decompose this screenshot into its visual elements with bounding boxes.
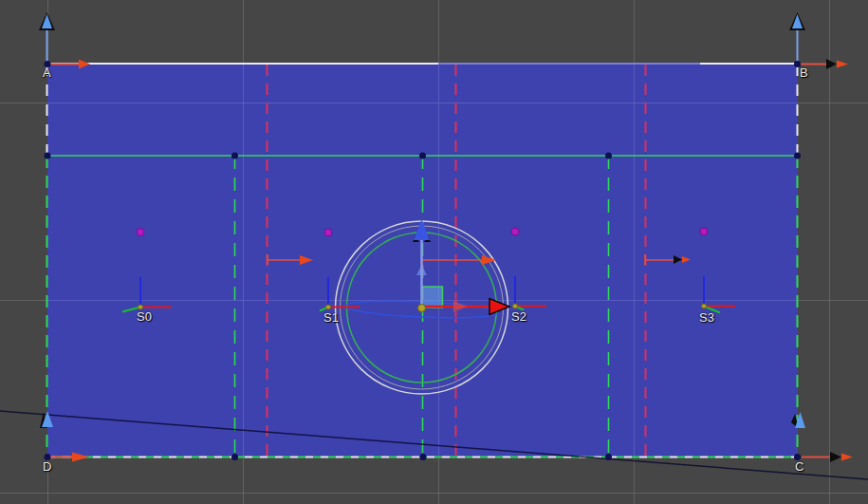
corner-label-d: D — [43, 460, 51, 473]
scene-viewport[interactable]: A B C D S0 S1 S2 S3 — [0, 0, 868, 504]
surface-label-s2: S2 — [511, 310, 526, 323]
vertex-handle[interactable] — [605, 153, 612, 159]
vertex-handle[interactable] — [419, 153, 426, 159]
selected-vertex-handle[interactable] — [418, 305, 426, 312]
vertex-handle[interactable] — [420, 454, 427, 460]
vertex-handle[interactable] — [605, 454, 612, 460]
xy-plane-handle-icon[interactable] — [422, 287, 443, 308]
corner-gizmo-c[interactable] — [791, 412, 853, 462]
corner-label-a: A — [43, 66, 51, 79]
control-point[interactable] — [137, 229, 144, 236]
vertex-handle[interactable] — [231, 153, 238, 159]
corner-label-c: C — [795, 460, 803, 473]
vertex-handle[interactable] — [794, 153, 801, 159]
corner-label-b: B — [800, 66, 808, 79]
surface-label-s3: S3 — [699, 311, 714, 324]
surface-label-s0: S0 — [137, 310, 152, 323]
control-point[interactable] — [324, 229, 332, 236]
control-point[interactable] — [700, 228, 708, 235]
control-point[interactable] — [511, 228, 519, 235]
vertex-handle[interactable] — [231, 454, 238, 460]
vertex-handle[interactable] — [45, 153, 51, 159]
corner-gizmo-b[interactable] — [789, 12, 848, 69]
surface-label-s1: S1 — [323, 311, 339, 324]
corner-gizmo-a[interactable] — [39, 12, 90, 69]
